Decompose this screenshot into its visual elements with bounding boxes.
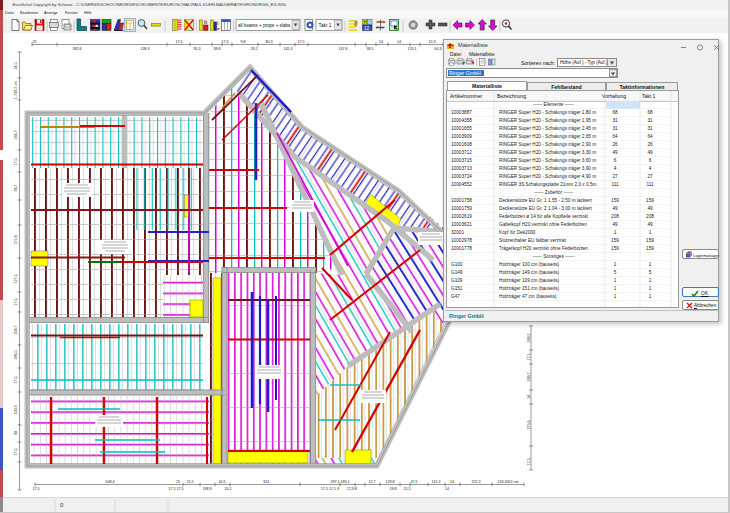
svg-text:22,9,8: 22,9,8 [347, 487, 357, 491]
svg-text:24,5: 24,5 [14, 62, 18, 69]
svg-text:16,5: 16,5 [218, 480, 225, 484]
svg-text:90: 90 [14, 431, 18, 435]
svg-text:127,5: 127,5 [14, 274, 18, 283]
svg-text:14: 14 [397, 40, 401, 44]
svg-text:17,5: 17,5 [221, 40, 228, 44]
svg-text:174,1: 174,1 [407, 47, 416, 51]
svg-text:95,3: 95,3 [193, 47, 200, 51]
svg-text:14: 14 [450, 480, 454, 484]
svg-text:15,5: 15,5 [403, 487, 410, 491]
svg-text:14: 14 [445, 487, 449, 491]
svg-text:17,5: 17,5 [14, 448, 18, 455]
svg-text:17,5: 17,5 [527, 458, 531, 465]
svg-text:60,3: 60,3 [434, 47, 441, 51]
svg-text:29,2: 29,2 [250, 47, 257, 51]
svg-text:129,8: 129,8 [385, 480, 394, 484]
svg-text:12,7: 12,7 [368, 480, 375, 484]
svg-text:198,9: 198,9 [202, 487, 211, 491]
svg-text:19,8: 19,8 [389, 487, 396, 491]
svg-text:25: 25 [176, 480, 180, 484]
svg-text:392,6: 392,6 [72, 47, 81, 51]
svg-text:20,1: 20,1 [224, 487, 231, 491]
svg-text:286,5: 286,5 [14, 350, 18, 359]
svg-text:145,3: 145,3 [283, 47, 292, 51]
svg-text:113,2: 113,2 [432, 480, 441, 484]
svg-text:17,5: 17,5 [14, 158, 18, 165]
svg-text:222,3: 222,3 [471, 480, 480, 484]
svg-text:100,3: 100,3 [14, 405, 18, 414]
svg-text:25: 25 [32, 40, 36, 44]
svg-text:14: 14 [379, 40, 383, 44]
svg-text:9,8: 9,8 [240, 40, 245, 44]
svg-text:17,5: 17,5 [527, 353, 531, 360]
svg-text:17,5: 17,5 [175, 40, 182, 44]
svg-text:17,5: 17,5 [14, 376, 18, 383]
svg-text:96,7: 96,7 [14, 184, 18, 191]
svg-text:168,2: 168,2 [527, 333, 531, 342]
svg-text:209,7: 209,7 [14, 325, 18, 334]
svg-text:39,8: 39,8 [213, 47, 220, 51]
svg-text:17,5: 17,5 [14, 298, 18, 305]
svg-text:166,7: 166,7 [14, 130, 18, 139]
svg-text:21,5: 21,5 [186, 480, 193, 484]
svg-text:183,1: 183,1 [340, 480, 349, 484]
svg-text:221,8: 221,8 [14, 235, 18, 244]
svg-text:324: 324 [263, 480, 269, 484]
svg-text:147,6: 147,6 [338, 47, 347, 51]
svg-text:275,6: 275,6 [527, 420, 531, 429]
svg-text:168,7: 168,7 [527, 372, 531, 381]
svg-text:17,5 12 1,9: 17,5 12 1,9 [321, 487, 339, 491]
svg-text:508,4: 508,4 [105, 480, 114, 484]
svg-text:17,5: 17,5 [32, 487, 39, 491]
svg-text:47,5: 47,5 [410, 480, 417, 484]
svg-text:243,2061 cm: 243,2061 cm [497, 480, 518, 484]
svg-text:80,3: 80,3 [265, 40, 272, 44]
svg-text:138,3: 138,3 [140, 47, 149, 51]
svg-text:17,5 17,5: 17,5 17,5 [168, 487, 183, 491]
svg-text:12,3: 12,3 [428, 40, 435, 44]
svg-text:297,5: 297,5 [330, 480, 339, 484]
svg-text:17,5: 17,5 [297, 40, 304, 44]
svg-text:14: 14 [527, 395, 531, 399]
svg-text:1.739,2 cm: 1.739,2 cm [14, 81, 18, 99]
svg-text:38,5: 38,5 [366, 47, 373, 51]
